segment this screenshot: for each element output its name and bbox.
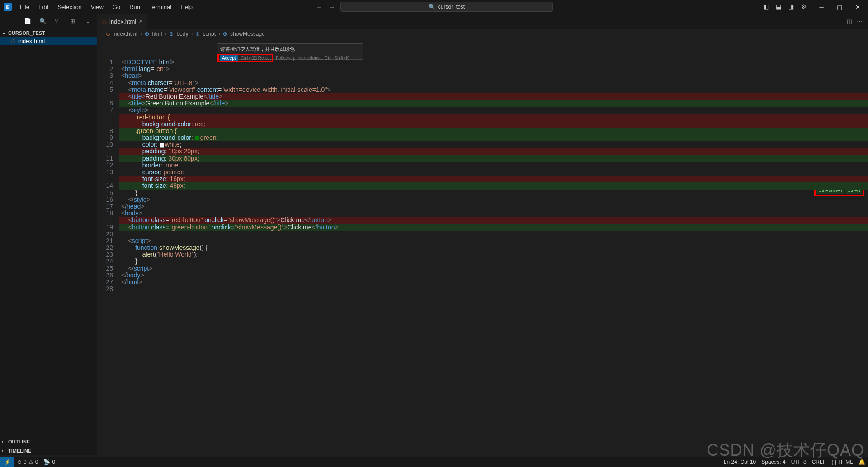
nav-back-icon[interactable]: ← (315, 3, 323, 11)
editor-area: ◇ index.html × ◫ ⋯ ◇ index.html›⊕ html›⊕… (98, 14, 868, 455)
problems-indicator[interactable]: ⊘ 0 ⚠ 0 (14, 457, 41, 467)
explorer-folder-header[interactable]: ⌄ CURSOR_TEST (0, 29, 97, 37)
breadcrumb[interactable]: ◇ index.html›⊕ html›⊕ body›⊕ script›⊕ sh… (98, 29, 868, 39)
accept-reject-group: Accept Ctrl+⌫ Reject (217, 54, 273, 62)
menu-file[interactable]: File (15, 2, 34, 12)
html-file-icon: ◇ (11, 38, 15, 44)
more-actions-icon[interactable]: ⋯ (857, 18, 863, 25)
tab-label: index.html (109, 18, 136, 25)
html-file-icon: ◇ (106, 31, 110, 37)
source-control-icon[interactable]: ⑂ (55, 18, 62, 25)
title-bar: ⊞ FileEditSelectionViewGoRunTerminalHelp… (0, 0, 868, 14)
menu-help[interactable]: Help (176, 2, 197, 12)
remote-indicator[interactable]: ⚡ (0, 457, 14, 467)
code-lines[interactable]: <!DOCTYPE html><html lang="en"><head> <m… (119, 59, 868, 455)
layout-sidebar-left-icon[interactable]: ◧ (763, 3, 770, 10)
search-label: cursor_test (438, 4, 465, 10)
layout-panel-icon[interactable]: ⬓ (776, 3, 783, 10)
project-name: CURSOR_TEST (8, 30, 45, 36)
editor-tab[interactable]: ◇ index.html × (98, 14, 147, 29)
accept-button[interactable]: Accept (220, 55, 238, 61)
search-tab-icon[interactable]: 🔍 (39, 18, 47, 25)
extensions-icon[interactable]: ⊞ (70, 18, 77, 25)
reject-button[interactable]: Reject (258, 56, 271, 61)
menu-run[interactable]: Run (125, 2, 145, 12)
file-name-label: index.html (18, 38, 45, 44)
timeline-section[interactable]: ›TIMELINE (0, 446, 97, 455)
ports-indicator[interactable]: 📡 0 (41, 457, 58, 467)
layout-sidebar-right-icon[interactable]: ◨ (788, 3, 796, 10)
tab-close-icon[interactable]: × (139, 18, 142, 25)
line-number-gutter: 1234567891011121314151617181920212223242… (98, 59, 119, 455)
window-maximize-button[interactable]: ▢ (833, 2, 846, 12)
symbol-icon: ⊕ (195, 31, 200, 37)
search-icon: 🔍 (429, 4, 435, 10)
explorer-sidebar: 📄 🔍 ⑂ ⊞ ⌄ ⌄ CURSOR_TEST ◇ index.html ›OU… (0, 14, 98, 455)
menu-view[interactable]: View (86, 2, 108, 12)
code-editor[interactable]: 1234567891011121314151617181920212223242… (98, 39, 868, 455)
app-icon: ⊞ (4, 3, 12, 11)
prompt-text: 请将按钮变大三倍，并且改成绿色 (218, 45, 362, 53)
symbol-icon: ⊕ (223, 31, 227, 37)
html-file-icon: ◇ (102, 18, 107, 25)
window-close-button[interactable]: ✕ (851, 2, 864, 12)
menu-selection[interactable]: Selection (53, 2, 86, 12)
followup-input[interactable]: Follow-up instructions... Ctrl+Shift+K (276, 56, 349, 61)
window-minimize-button[interactable]: ─ (815, 2, 828, 12)
split-editor-icon[interactable]: ◫ (847, 18, 852, 25)
menu-terminal[interactable]: Terminal (145, 2, 176, 12)
inline-chat-prompt: 请将按钮变大三倍，并且改成绿色 Accept Ctrl+⌫ Reject Fol… (217, 43, 363, 60)
outline-section[interactable]: ›OUTLINE (0, 437, 97, 446)
watermark: CSDN @技术仔QAQ (707, 439, 864, 462)
chevron-down-icon: ⌄ (2, 30, 6, 36)
explorer-icon[interactable]: 📄 (24, 18, 31, 25)
symbol-icon: ⊕ (169, 31, 174, 37)
customize-layout-icon[interactable]: ⚙ (801, 3, 808, 10)
file-tree-item[interactable]: ◇ index.html (0, 37, 97, 45)
chevron-down-icon[interactable]: ⌄ (85, 18, 93, 25)
nav-forward-icon[interactable]: → (328, 3, 336, 11)
symbol-icon: ⊕ (145, 31, 149, 37)
command-center-search[interactable]: 🔍 cursor_test (340, 2, 553, 12)
menu-go[interactable]: Go (108, 2, 125, 12)
menu-edit[interactable]: Edit (34, 2, 53, 12)
